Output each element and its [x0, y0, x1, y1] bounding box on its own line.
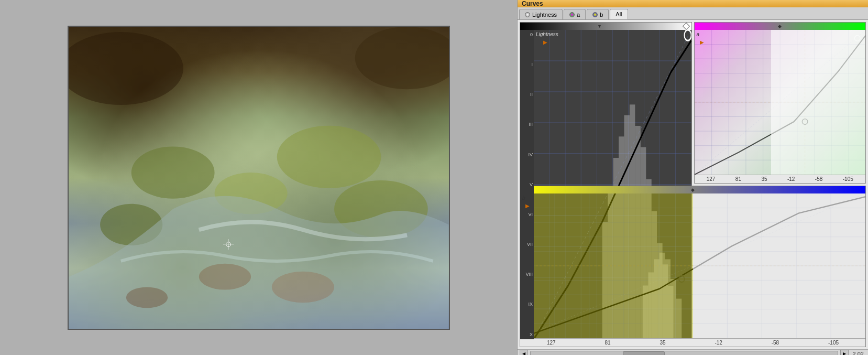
- tab-a-label: a: [577, 12, 580, 18]
- lightness-y-labels: 0 I II III IV V VI VII VIII IX X: [520, 30, 534, 339]
- b-curve-area[interactable]: b ▶: [520, 193, 865, 338]
- a-panel: ◆ a ▶: [694, 22, 866, 184]
- y-label-i: I: [521, 62, 533, 67]
- a-gradient-handle[interactable]: ◆: [778, 24, 782, 29]
- b-num-35: 35: [660, 340, 665, 346]
- a-num-neg105: -105: [843, 176, 853, 182]
- a-num-81: 81: [735, 176, 741, 182]
- y-label-iii: III: [521, 122, 533, 127]
- b-panel: ◆ b ▶: [520, 186, 866, 347]
- left-panel: [0, 0, 517, 355]
- b-num-neg58: -58: [772, 340, 779, 346]
- lightness-dot-icon: [525, 12, 530, 17]
- a-gradient-bar: ◆: [695, 23, 866, 30]
- tab-all-label: All: [616, 11, 622, 17]
- svg-point-2: [131, 146, 214, 198]
- curves-content: ▼ 0 I II III IV V VI VII VIII IX X: [518, 20, 868, 349]
- value-display: 2.02: [851, 351, 866, 355]
- a-num-127: 127: [707, 176, 716, 182]
- a-num-neg12: -12: [787, 176, 795, 182]
- crosshair-circle: [226, 242, 231, 247]
- a-curve-area[interactable]: a ▶: [695, 30, 866, 175]
- a-num-neg58: -58: [815, 176, 822, 182]
- bottom-bar: ◀ ▶ 2.02: [518, 349, 868, 355]
- y-label-iv: IV: [521, 152, 533, 157]
- y-label-0: 0: [521, 32, 533, 37]
- y-label-vii: VII: [521, 242, 533, 247]
- scrollbar-track[interactable]: [530, 351, 838, 355]
- y-label-ix: IX: [521, 302, 533, 307]
- curves-tabs: Lightness a b All: [518, 7, 868, 20]
- lightness-gradient-arrow[interactable]: ▼: [597, 24, 602, 29]
- svg-point-7: [199, 263, 250, 289]
- b-yellow-bg: [520, 193, 693, 338]
- image-container[interactable]: [68, 26, 450, 330]
- tab-lightness-label: Lightness: [532, 12, 557, 18]
- svg-point-0: [69, 31, 183, 104]
- b-dot-icon: [592, 12, 598, 17]
- a-num-35: 35: [761, 176, 767, 182]
- b-num-neg12: -12: [715, 340, 722, 346]
- svg-point-9: [126, 287, 167, 308]
- lightness-arrow-indicator: ▶: [543, 39, 547, 45]
- river-overlay: [69, 27, 449, 329]
- lightness-gradient-bar: ▼: [520, 23, 691, 30]
- tab-b-label: b: [600, 12, 603, 18]
- tab-all[interactable]: All: [610, 9, 628, 19]
- b-panel-label: b: [522, 195, 525, 201]
- tab-a[interactable]: a: [564, 9, 586, 19]
- y-label-viii: VIII: [521, 272, 533, 277]
- b-right-bg: [693, 193, 866, 338]
- tab-b[interactable]: b: [587, 9, 609, 19]
- y-label-x: X: [521, 332, 533, 337]
- svg-point-42: [684, 30, 691, 40]
- svg-point-1: [355, 27, 448, 89]
- b-num-127: 127: [547, 340, 556, 346]
- tab-lightness[interactable]: Lightness: [519, 9, 563, 19]
- b-arrow-indicator: ▶: [525, 203, 530, 209]
- curves-panel: Curves Lightness a b All ▼: [517, 0, 868, 355]
- scroll-left-button[interactable]: ◀: [520, 350, 528, 355]
- a-dot-icon: [569, 12, 575, 17]
- svg-point-8: [271, 271, 334, 303]
- curves-title: Curves: [522, 0, 543, 7]
- b-num-labels: 127 81 35 -12 -58 -105: [520, 338, 865, 347]
- b-gradient-handle[interactable]: ◆: [691, 187, 695, 192]
- b-num-81: 81: [605, 340, 610, 346]
- curves-titlebar: Curves: [518, 0, 868, 7]
- a-panel-label: a: [697, 31, 700, 37]
- scroll-right-button[interactable]: ▶: [840, 350, 849, 355]
- b-gradient-bar: ◆: [520, 186, 865, 193]
- b-num-neg105: -105: [828, 340, 839, 346]
- lightness-gradient-handle[interactable]: [682, 23, 689, 30]
- svg-point-3: [277, 125, 381, 188]
- y-label-vi: VI: [521, 212, 533, 217]
- scrollbar-thumb[interactable]: [623, 351, 665, 355]
- y-label-ii: II: [521, 92, 533, 97]
- y-label-v: V: [521, 182, 533, 187]
- a-white-overlay: [771, 30, 865, 175]
- lightness-panel-label: Lightness: [536, 31, 558, 37]
- a-num-labels: 127 81 35 -12 -58 -105: [695, 175, 866, 183]
- a-arrow-indicator: ▶: [700, 39, 704, 45]
- crosshair-cursor: [223, 239, 234, 250]
